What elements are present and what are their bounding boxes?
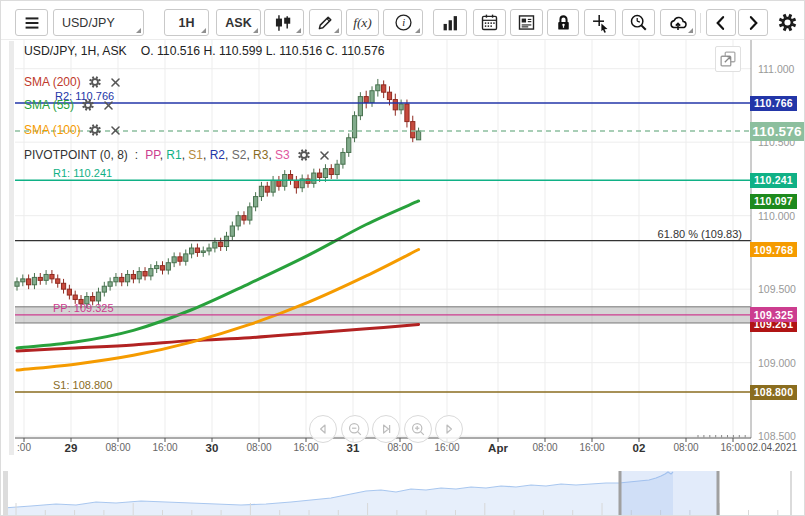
price-type-label: ASK <box>225 16 251 30</box>
lock-icon <box>553 12 574 33</box>
chevron-left-icon <box>711 13 731 33</box>
info-button[interactable]: i <box>383 9 423 36</box>
level-lines <box>15 103 751 392</box>
x-axis-label: 16:00 <box>568 442 616 453</box>
pivot-level-R1: R1 <box>166 148 181 162</box>
pan-right-button[interactable] <box>435 415 463 443</box>
indicator-remove-icon[interactable] <box>109 124 122 137</box>
x-axis-label: 08:00 <box>521 442 569 453</box>
magnifier-plus-icon <box>408 419 428 439</box>
x-axis-label: 16:00 <box>423 442 471 453</box>
y-axis-label: 108.500 <box>758 430 796 442</box>
navigator-area <box>3 472 673 516</box>
y-axis-label: 109.000 <box>758 357 796 369</box>
price-axis-badge: 110.766 <box>750 96 797 111</box>
level-label-fib_61_8: 61.80 % (109.83) <box>658 228 742 240</box>
zoom-in-button[interactable] <box>404 415 432 443</box>
lock-button[interactable] <box>547 9 579 36</box>
x-axis-label: 08:00 <box>94 442 142 453</box>
x-axis-label: 29 <box>47 442 95 454</box>
navigator-handle[interactable] <box>717 471 720 516</box>
pivot-level-S1: S1 <box>188 148 203 162</box>
indicator-remove-icon[interactable] <box>102 99 115 112</box>
pivot-level-R2: R2 <box>210 148 225 162</box>
arrow-left-icon <box>313 419 333 439</box>
indicator-row-sma55: SMA (55) <box>24 98 115 112</box>
indicator-settings-icon[interactable] <box>88 75 102 89</box>
pivot-level-list: PP, R1, S1, R2, S2, R3, S3 <box>145 148 290 162</box>
svg-text:i: i <box>402 17 405 28</box>
level-label-R1: R1: 110.241 <box>53 167 112 179</box>
x-axis-label: 08:00 <box>376 442 424 453</box>
level-label-PP: PP: 109.325 <box>53 302 114 314</box>
navigator-handle[interactable] <box>619 471 622 516</box>
timeframe-label: 1H <box>179 16 195 30</box>
info-icon: i <box>393 12 414 33</box>
chart-header: USD/JPY, 1H, ASKO. 110.516 H. 110.599 L.… <box>24 44 398 58</box>
news-icon <box>516 12 537 33</box>
indicators-button[interactable]: f(x) <box>346 9 379 36</box>
pivot-level-S2: S2 <box>232 148 247 162</box>
candles <box>15 79 421 308</box>
hamburger-icon <box>21 12 43 34</box>
volume-button[interactable] <box>433 9 467 36</box>
pivot-indicator-label: PIVOTPOINT (0, 8) <box>24 148 128 162</box>
magnifier-clock-icon <box>628 12 649 33</box>
grid <box>15 40 751 438</box>
chart-type-button[interactable] <box>264 9 304 36</box>
indicator-settings-icon[interactable] <box>297 148 311 162</box>
menu-button[interactable] <box>15 9 48 36</box>
price-axis-badge: 110.241 <box>750 173 797 188</box>
skip-to-latest-icon <box>376 419 396 439</box>
indicator-row-sma200: SMA (200) <box>24 75 122 89</box>
x-axis-label: 16:00 <box>141 442 189 453</box>
magnifier-minus-icon <box>345 419 365 439</box>
calendar-button[interactable] <box>473 9 506 36</box>
price-axis-badge: 110.576 <box>750 122 804 141</box>
indicator-label: SMA (55) <box>24 98 74 112</box>
x-axis-label: :00 <box>0 442 48 453</box>
indicator-label: SMA (100) <box>24 123 81 137</box>
zoom-history-button[interactable] <box>622 9 655 36</box>
go-to-end-button[interactable] <box>372 415 400 443</box>
indicator-settings-icon[interactable] <box>88 123 102 137</box>
detach-chart-button[interactable] <box>715 46 741 72</box>
candlestick-chart-icon <box>273 12 295 34</box>
bar-chart-icon <box>439 12 461 34</box>
drawing-tools-button[interactable] <box>309 9 342 36</box>
cloud-save-button[interactable] <box>660 9 696 36</box>
price-axis-badge: 109.325 <box>750 307 797 322</box>
indicator-remove-icon[interactable] <box>109 76 122 89</box>
price-type-selector[interactable]: ASK <box>216 9 261 36</box>
price-axis-badge: 110.097 <box>750 194 797 209</box>
x-axis-label: Apr <box>474 442 522 454</box>
timeframe-selector[interactable]: 1H <box>164 9 209 36</box>
scroll-right-button[interactable] <box>738 9 768 36</box>
crosshair-button[interactable] <box>584 9 616 36</box>
symbol-label: USD/JPY <box>62 16 115 30</box>
symbol-selector[interactable]: USD/JPY <box>53 9 144 36</box>
pivot-level-PP: PP <box>145 148 159 162</box>
axis-date-label: 02.04.2021 <box>747 442 805 453</box>
pivot-separator: : <box>135 148 138 162</box>
news-button[interactable] <box>510 9 543 36</box>
expand-icon <box>717 48 739 70</box>
zoom-out-button[interactable] <box>341 415 369 443</box>
left-edge-strip <box>9 41 14 455</box>
pivot-level-S3: S3 <box>275 148 290 162</box>
indicator-remove-icon[interactable] <box>318 149 331 162</box>
pan-left-button[interactable] <box>309 415 337 443</box>
indicator-row-sma100: SMA (100) <box>24 123 122 137</box>
main-toolbar: USD/JPY 1H ASK f(x) i <box>1 1 804 40</box>
scroll-left-button[interactable] <box>706 9 736 36</box>
indicator-settings-icon[interactable] <box>81 98 95 112</box>
gear-icon <box>777 12 798 33</box>
indicator-label: SMA (200) <box>24 75 81 89</box>
calendar-icon <box>479 12 500 33</box>
cloud-upload-icon <box>667 12 689 34</box>
chart-header-instrument: USD/JPY, 1H, ASK <box>24 44 127 58</box>
navigator[interactable] <box>3 471 791 516</box>
y-axis-label: 111.000 <box>758 63 794 75</box>
settings-button[interactable] <box>771 9 803 36</box>
navigator-selection[interactable] <box>620 471 718 516</box>
